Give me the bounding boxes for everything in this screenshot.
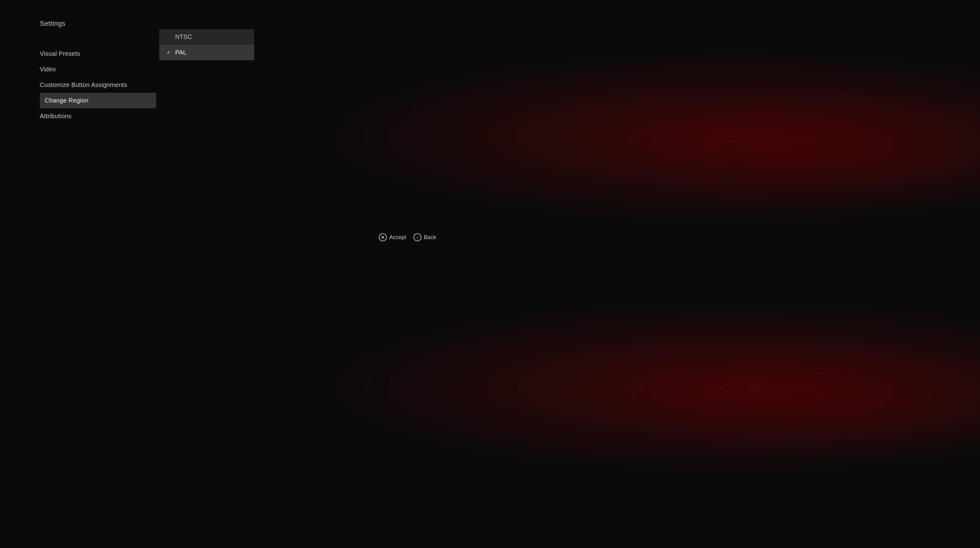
menu-item-video[interactable]: Video xyxy=(40,62,156,77)
dropdown-option-ntsc[interactable]: NTSC xyxy=(159,29,254,45)
accept-button[interactable]: Accept xyxy=(379,233,406,241)
pal-check-icon: ✓ xyxy=(167,49,172,56)
settings-menu: Visual Presets Video Customize Button As… xyxy=(40,46,156,124)
region-dropdown: NTSC ✓ PAL xyxy=(159,29,254,60)
circle-icon: ○ xyxy=(414,233,422,241)
menu-item-change-region[interactable]: Change Region xyxy=(40,93,156,108)
x-icon xyxy=(379,233,387,241)
dropdown-option-pal[interactable]: ✓ PAL xyxy=(159,45,254,60)
bottom-controls: Accept ○ Back xyxy=(379,233,436,241)
menu-item-visual-presets[interactable]: Visual Presets xyxy=(40,46,156,62)
menu-item-customize-button-assignments[interactable]: Customize Button Assignments xyxy=(40,77,156,93)
page-title: Settings xyxy=(40,20,65,27)
back-button[interactable]: ○ Back xyxy=(414,233,436,241)
menu-item-attributions[interactable]: Attributions xyxy=(40,108,156,124)
